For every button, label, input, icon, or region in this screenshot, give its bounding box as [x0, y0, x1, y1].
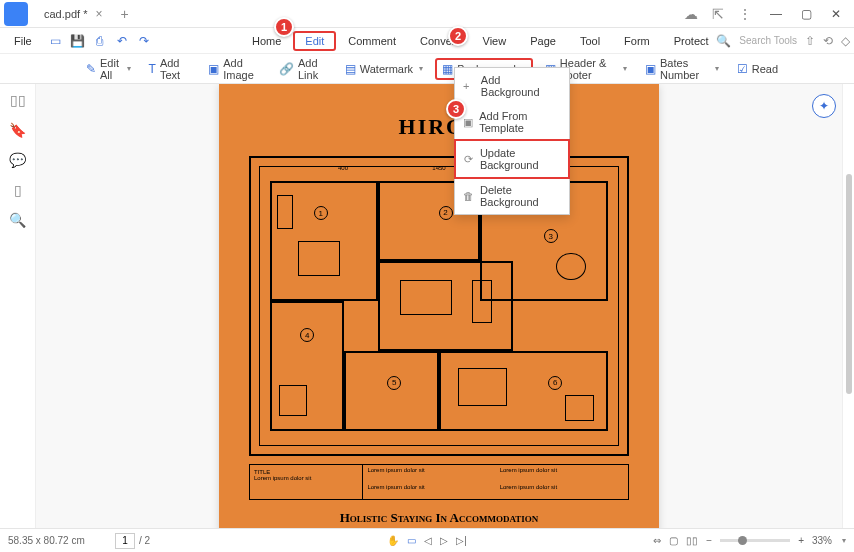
- search-tools-placeholder[interactable]: Search Tools: [739, 35, 797, 46]
- hand-tool-icon[interactable]: ✋: [387, 535, 399, 546]
- tab-edit[interactable]: Edit: [293, 31, 336, 51]
- add-link-button[interactable]: 🔗Add Link: [273, 54, 333, 84]
- doc-title: HIROS: [239, 114, 639, 140]
- redo-icon[interactable]: ↷: [134, 34, 154, 48]
- edit-all-button[interactable]: ✎Edit All▾: [80, 54, 137, 84]
- read-button[interactable]: ☑Read: [731, 59, 784, 79]
- add-text-button[interactable]: TAdd Text: [143, 54, 197, 84]
- tab-page[interactable]: Page: [518, 31, 568, 51]
- callout-2: 2: [448, 26, 468, 46]
- room-6: 6: [439, 351, 608, 431]
- furniture: [458, 368, 508, 406]
- maximize-button[interactable]: ▢: [792, 7, 820, 21]
- prev-page-icon[interactable]: ◁: [424, 535, 432, 546]
- last-page-icon[interactable]: ▷|: [456, 535, 467, 546]
- edit-icon: ✎: [86, 62, 96, 76]
- comments-icon[interactable]: 💬: [9, 152, 26, 168]
- next-page-icon[interactable]: ▷: [440, 535, 448, 546]
- delete-background-item[interactable]: 🗑Delete Background: [455, 178, 569, 214]
- zoom-controls: ⇔ ▢ ▯▯ − + 33% ▾: [653, 535, 846, 546]
- room-4: 4: [270, 301, 344, 431]
- add-from-template-item[interactable]: ▣Add From Template: [455, 104, 569, 140]
- floor-plan-frame: 400 1450 200 1 2: [249, 156, 629, 456]
- minimize-button[interactable]: —: [762, 7, 790, 21]
- room-5: 5: [344, 351, 439, 431]
- fit-page-icon[interactable]: ▢: [669, 535, 678, 546]
- sync-icon[interactable]: ⟲: [823, 34, 833, 48]
- room-4-label: 4: [300, 328, 314, 342]
- furniture: [400, 280, 452, 314]
- tab-tool[interactable]: Tool: [568, 31, 612, 51]
- search-panel-icon[interactable]: 🔍: [9, 212, 26, 228]
- room-1-label: 1: [314, 206, 328, 220]
- update-background-item[interactable]: ⟳Update Background: [454, 139, 570, 179]
- furniture: [565, 395, 595, 422]
- upload-icon[interactable]: ⇧: [805, 34, 815, 48]
- open-icon[interactable]: ▭: [46, 34, 66, 48]
- attachments-icon[interactable]: ▯: [14, 182, 22, 198]
- ai-assist-button[interactable]: ✦: [812, 94, 836, 118]
- undo-icon[interactable]: ↶: [112, 34, 132, 48]
- chevron-down-icon: ▾: [715, 64, 719, 73]
- workspace: ▯▯ 🔖 💬 ▯ 🔍 HIROS 400 1450 200 1: [0, 84, 854, 528]
- main-tabs: Home Edit Comment Convert View Page Tool…: [240, 31, 721, 51]
- chevron-down-icon[interactable]: ▾: [842, 536, 846, 545]
- add-background-item[interactable]: +Add Background: [455, 68, 569, 104]
- close-window-button[interactable]: ✕: [822, 7, 850, 21]
- read-icon: ☑: [737, 62, 748, 76]
- bookmark-icon[interactable]: 🔖: [9, 122, 26, 138]
- fit-width-icon[interactable]: ⇔: [653, 535, 661, 546]
- furniture: [556, 253, 586, 281]
- layout-icon[interactable]: ▯▯: [686, 535, 698, 546]
- rooms: 1 2 3: [270, 181, 608, 431]
- file-menu[interactable]: File: [4, 35, 42, 47]
- canvas[interactable]: HIROS 400 1450 200 1: [36, 84, 842, 528]
- room-5-label: 5: [387, 376, 401, 390]
- add-image-button[interactable]: ▣Add Image: [202, 54, 267, 84]
- refresh-icon: ⟳: [464, 153, 474, 166]
- link-icon: 🔗: [279, 62, 294, 76]
- help-icon[interactable]: ◇: [841, 34, 850, 48]
- room-2-label: 2: [439, 206, 453, 220]
- thumbnails-icon[interactable]: ▯▯: [10, 92, 26, 108]
- tab-protect[interactable]: Protect: [662, 31, 721, 51]
- furniture: [472, 280, 492, 323]
- more-icon[interactable]: ⋮: [734, 6, 756, 22]
- background-icon: ▦: [442, 62, 453, 76]
- document-tab[interactable]: cad.pdf * ×: [34, 3, 112, 25]
- title-block-label: TITLE Lorem ipsum dolor sit: [250, 465, 363, 499]
- bates-number-button[interactable]: ▣Bates Number▾: [639, 54, 725, 84]
- close-icon[interactable]: ×: [95, 7, 102, 21]
- zoom-in-icon[interactable]: +: [798, 535, 804, 546]
- scrollbar-thumb[interactable]: [846, 174, 852, 394]
- quick-access: ▭ 💾 ⎙ ↶ ↷: [46, 34, 154, 48]
- chevron-down-icon: ▾: [419, 64, 423, 73]
- zoom-out-icon[interactable]: −: [706, 535, 712, 546]
- status-bar: 58.35 x 80.72 cm / 2 ✋ ▭ ◁ ▷ ▷| ⇔ ▢ ▯▯ −…: [0, 528, 854, 552]
- tab-comment[interactable]: Comment: [336, 31, 408, 51]
- page-input[interactable]: [115, 533, 135, 549]
- zoom-slider[interactable]: [720, 539, 790, 542]
- template-icon: ▣: [463, 116, 473, 129]
- plus-icon: +: [463, 80, 475, 92]
- share-icon[interactable]: ⇱: [708, 6, 728, 22]
- tab-view[interactable]: View: [471, 31, 519, 51]
- left-sidebar: ▯▯ 🔖 💬 ▯ 🔍: [0, 84, 36, 528]
- trash-icon: 🗑: [463, 190, 474, 202]
- text-icon: T: [149, 62, 156, 76]
- tab-filename: cad.pdf *: [44, 8, 87, 20]
- furniture: [279, 385, 307, 417]
- new-tab-button[interactable]: +: [112, 6, 136, 22]
- zoom-value[interactable]: 33%: [812, 535, 832, 546]
- select-tool-icon[interactable]: ▭: [407, 535, 416, 546]
- furniture: [277, 195, 293, 230]
- cloud-icon[interactable]: ☁: [680, 6, 702, 22]
- tab-form[interactable]: Form: [612, 31, 662, 51]
- save-icon[interactable]: 💾: [68, 34, 88, 48]
- title-bar: cad.pdf * × + ☁ ⇱ ⋮ — ▢ ✕: [0, 0, 854, 28]
- chevron-down-icon: ▾: [127, 64, 131, 73]
- app-logo: [4, 2, 28, 26]
- print-icon[interactable]: ⎙: [90, 34, 110, 48]
- watermark-button[interactable]: ▤Watermark▾: [339, 59, 429, 79]
- title-block: TITLE Lorem ipsum dolor sit Lorem ipsum …: [249, 464, 629, 500]
